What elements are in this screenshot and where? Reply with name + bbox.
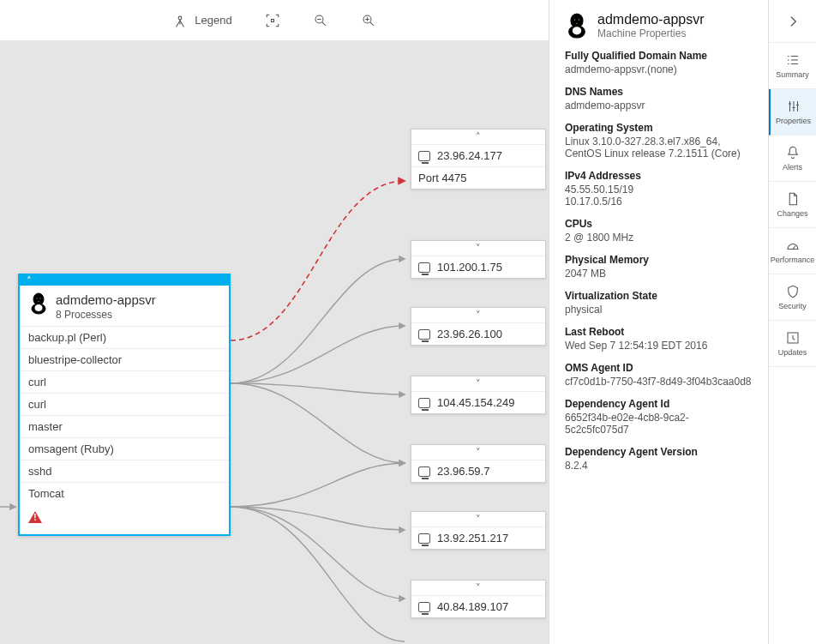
gauge-icon xyxy=(785,238,801,253)
rail-tab-label: Properties xyxy=(776,117,811,125)
panel-title: admdemo-appsvr xyxy=(597,12,705,27)
rail-tab-security[interactable]: Security xyxy=(769,274,816,321)
zoom-out-icon xyxy=(313,13,328,28)
legend-label: Legend xyxy=(195,14,231,27)
machine-process-count: 8 Processes xyxy=(56,309,156,321)
rail-tab-label: Changes xyxy=(777,209,807,218)
rail-tab-performance[interactable]: Performance xyxy=(769,228,816,274)
monitor-icon xyxy=(418,602,430,612)
host-toggle[interactable]: ˅ xyxy=(411,241,545,256)
svg-point-8 xyxy=(39,298,41,299)
rail-tab-summary[interactable]: Summary xyxy=(769,43,816,89)
monitor-icon xyxy=(418,262,430,273)
host-port-row[interactable]: Port 4475 xyxy=(411,166,545,189)
property-row: Fully Qualified Domain Nameadmdemo-appsv… xyxy=(565,50,753,75)
process-item[interactable]: omsagent (Ruby) xyxy=(20,438,229,460)
host-toggle[interactable]: ˅ xyxy=(411,581,545,596)
remote-host[interactable]: ˅104.45.154.249 xyxy=(411,376,546,414)
remote-host[interactable]: ˅101.200.1.75 xyxy=(411,240,546,279)
property-value: admdemo-appsvr.(none) xyxy=(565,63,753,75)
collapse-panel-button[interactable] xyxy=(769,0,816,43)
property-value: 6652f34b-e02e-4cb8-9ca2-5c2c5fc075d7 xyxy=(565,412,753,436)
doc-icon xyxy=(785,191,801,207)
svg-point-12 xyxy=(574,19,576,21)
remote-host[interactable]: ˄23.96.24.177Port 4475 xyxy=(411,129,546,190)
property-row: DNS Namesadmdemo-appsvr xyxy=(565,86,753,111)
rail-tab-changes[interactable]: Changes xyxy=(769,182,816,228)
panel-subtitle: Machine Properties xyxy=(597,27,705,39)
rail-tab-label: Security xyxy=(778,302,807,310)
svg-point-11 xyxy=(572,27,582,36)
property-key: Last Reboot xyxy=(565,326,753,338)
property-value: admdemo-appsvr xyxy=(565,99,753,111)
monitor-icon xyxy=(418,151,430,161)
property-key: Operating System xyxy=(565,122,753,134)
fit-button[interactable] xyxy=(256,0,289,41)
remote-host[interactable]: ˅40.84.189.107 xyxy=(411,580,546,618)
rail-tab-label: Performance xyxy=(771,256,815,264)
process-item[interactable]: backup.pl (Perl) xyxy=(20,327,229,349)
host-ip-row: 23.96.59.7 xyxy=(411,460,545,482)
host-ip: 23.96.24.177 xyxy=(437,149,502,162)
host-toggle[interactable]: ˅ xyxy=(411,308,545,323)
chevron-down-icon: ˅ xyxy=(476,310,481,321)
property-row: OMS Agent IDcf7c0d1b-7750-43f7-8d49-3f04… xyxy=(565,362,753,388)
legend-button[interactable]: Legend xyxy=(164,0,240,41)
property-row: Virtualization Statephysical xyxy=(565,290,753,316)
linux-icon xyxy=(28,292,49,315)
property-key: Fully Qualified Domain Name xyxy=(565,50,753,62)
process-list: backup.pl (Perl)bluestripe-collectorcurl… xyxy=(20,326,229,504)
rail-tab-alerts[interactable]: Alerts xyxy=(769,135,816,182)
property-value: cf7c0d1b-7750-43f7-8d49-3f04b3caa0d8 xyxy=(565,376,753,388)
host-ip: 23.96.26.100 xyxy=(437,328,502,340)
monitor-icon xyxy=(418,466,430,477)
monitor-icon xyxy=(418,398,430,408)
remote-host[interactable]: ˅13.92.251.217 xyxy=(411,511,546,550)
process-item[interactable]: master xyxy=(20,416,229,438)
sliders-icon xyxy=(786,99,801,114)
property-row: Last RebootWed Sep 7 12:54:19 EDT 2016 xyxy=(565,326,753,352)
process-item[interactable]: bluestripe-collector xyxy=(20,349,229,371)
process-item[interactable]: curl xyxy=(20,394,229,416)
zoom-in-button[interactable] xyxy=(352,0,385,41)
svg-point-6 xyxy=(34,304,43,312)
shield-icon xyxy=(785,284,801,299)
alert-indicator[interactable] xyxy=(20,504,229,534)
host-toggle[interactable]: ˅ xyxy=(411,512,545,527)
machine-card-collapse[interactable]: ˄ xyxy=(20,275,229,286)
property-key: Dependency Agent Version xyxy=(565,446,753,458)
zoom-out-button[interactable] xyxy=(304,0,337,41)
property-key: Virtualization State xyxy=(565,290,753,302)
host-toggle[interactable]: ˄ xyxy=(411,129,545,145)
host-ip: 40.84.189.107 xyxy=(437,600,508,613)
property-key: CPUs xyxy=(565,218,753,230)
compass-icon xyxy=(172,13,188,28)
chevron-right-icon xyxy=(786,15,800,28)
host-toggle[interactable]: ˅ xyxy=(411,445,545,460)
toolbar: Legend xyxy=(0,0,549,41)
process-item[interactable]: sshd xyxy=(20,460,229,483)
property-key: Physical Memory xyxy=(565,254,753,266)
property-row: Dependency Agent Id6652f34b-e02e-4cb8-9c… xyxy=(565,398,753,436)
monitor-icon xyxy=(418,533,430,544)
rail-tab-properties[interactable]: Properties xyxy=(769,89,816,135)
remote-host[interactable]: ˅23.96.59.7 xyxy=(411,444,546,483)
fit-icon xyxy=(265,13,280,28)
remote-host[interactable]: ˅23.96.26.100 xyxy=(411,307,546,346)
property-value: Wed Sep 7 12:54:19 EDT 2016 xyxy=(565,340,753,352)
properties-list: Fully Qualified Domain Nameadmdemo-appsv… xyxy=(565,50,753,472)
rail-tab-label: Updates xyxy=(778,348,807,357)
process-item[interactable]: Tomcat xyxy=(20,483,229,504)
rail-tab-updates[interactable]: Updates xyxy=(769,321,816,367)
process-item[interactable]: curl xyxy=(20,371,229,394)
chevron-down-icon: ˅ xyxy=(476,514,481,525)
host-ip: 104.45.154.249 xyxy=(437,396,514,409)
host-toggle[interactable]: ˅ xyxy=(411,376,545,392)
chevron-up-icon: ˄ xyxy=(27,276,32,286)
warning-icon xyxy=(28,511,42,523)
host-ip-row: 104.45.154.249 xyxy=(411,392,545,413)
property-key: IPv4 Addresses xyxy=(565,170,753,182)
property-row: IPv4 Addresses45.55.50.15/19 10.17.0.5/1… xyxy=(565,170,753,208)
machine-card[interactable]: ˄ admdemo-appsvr 8 Processes backup.pl (… xyxy=(18,274,231,536)
dependency-canvas[interactable]: ˄ admdemo-appsvr 8 Processes backup.pl (… xyxy=(0,41,549,644)
